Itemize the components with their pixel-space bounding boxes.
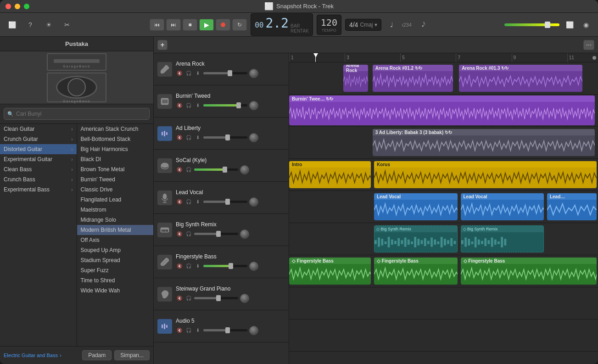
pan-knob-ad-liberty[interactable]	[249, 133, 258, 142]
sidebar-item-crunch-guitar[interactable]: Crunch Guitar ›	[0, 134, 77, 144]
mute-button-lead-vocal[interactable]: 🔇	[176, 198, 183, 206]
close-button[interactable]	[6, 4, 11, 9]
clip-lead-vocal-3[interactable]: Lead…	[547, 193, 597, 220]
timesig-chevron[interactable]: ▾	[374, 22, 377, 28]
record-arm-burnin[interactable]: ⬇	[194, 102, 201, 109]
pan-knob-steinway[interactable]	[240, 294, 249, 303]
clip-ad-liberty[interactable]: 3 Ad Liberty: Babak 3 (3 babak) ↻↻	[373, 129, 595, 156]
preset-time-to-shred[interactable]: Time to Shred	[77, 275, 154, 286]
mixer-button[interactable]: ⬜	[563, 18, 576, 31]
volume-track-lead-vocal[interactable]	[203, 201, 247, 203]
clip-arena-rock-2[interactable]: Arena Rock #01.2 ↻↻	[373, 65, 453, 92]
preset-classic-drive[interactable]: Classic Drive	[77, 185, 154, 195]
sidebar-item-distorted-guitar[interactable]: Distorted Guitar ›	[0, 144, 77, 154]
preset-off-axis[interactable]: Off Axis	[77, 235, 154, 245]
clip-lead-vocal-1[interactable]: Lead Vocal	[374, 193, 458, 220]
minimize-button[interactable]	[15, 4, 20, 9]
volume-thumb-lead-vocal[interactable]	[225, 199, 230, 205]
mute-button-burnin[interactable]: 🔇	[176, 102, 183, 109]
sidebar-item-crunch-bass[interactable]: Crunch Bass ›	[0, 174, 77, 185]
smartcontrols-button[interactable]: ◉	[580, 18, 592, 31]
sidebar-item-clean-guitar[interactable]: Clean Guitar ›	[0, 124, 77, 134]
preset-stadium-spread[interactable]: Stadium Spread	[77, 255, 154, 265]
volume-thumb[interactable]	[545, 22, 550, 28]
pan-knob-fingerstyle[interactable]	[249, 262, 258, 271]
mute-button-steinway[interactable]: 🔇	[176, 295, 183, 302]
rewind-button[interactable]: ⏮	[150, 19, 164, 31]
pan-knob-lead-vocal[interactable]	[249, 197, 258, 207]
clip-big-synth-2[interactable]: ◇ Big Synth Remix	[461, 225, 544, 252]
record-arm-audio5[interactable]: ⬇	[194, 327, 201, 334]
track-row-lead-vocal[interactable]: Lead Vocal Lead Vocal	[289, 191, 598, 223]
preset-big-hair[interactable]: Big Hair Harmonics	[77, 144, 154, 154]
volume-thumb-arena-rock[interactable]	[228, 70, 232, 76]
volume-thumb-steinway[interactable]	[216, 295, 221, 301]
preset-american-stack[interactable]: American Stack Crunch	[77, 124, 154, 134]
timeline-ruler[interactable]: 1 3 5 7 9 11	[289, 53, 598, 62]
footer-category[interactable]: Electric Guitar and Bass ›	[4, 353, 61, 358]
clip-fingerstyle-2[interactable]: ◇ Fingerstyle Bass	[374, 258, 458, 285]
track-row-audio5[interactable]	[289, 319, 598, 352]
headphone-button-arena-rock[interactable]: 🎧	[185, 70, 192, 77]
pan-knob-arena-rock[interactable]	[249, 69, 258, 78]
record-arm-fingerstyle[interactable]: ⬇	[194, 263, 201, 270]
stop-button[interactable]: ■	[183, 19, 197, 31]
cycle-button[interactable]: ↻	[232, 19, 247, 31]
volume-track-audio5[interactable]	[203, 329, 247, 331]
clip-lead-vocal-2[interactable]: Lead Vocal	[461, 193, 544, 220]
library-button[interactable]: ⬜	[6, 18, 18, 31]
record-arm-ad-liberty[interactable]: ⬇	[194, 134, 201, 141]
volume-track-burnin[interactable]	[203, 104, 247, 106]
clip-burnin-tweed[interactable]: Burnin' Twee… ↻↻	[289, 95, 595, 125]
track-row-steinway[interactable]	[289, 287, 598, 319]
preset-midrange-solo[interactable]: Midrange Solo	[77, 215, 154, 225]
volume-slider[interactable]	[504, 23, 559, 26]
clip-fingerstyle-3[interactable]: ◇ Fingerstyle Bass	[461, 258, 597, 285]
headphone-button-burnin[interactable]: 🎧	[185, 102, 192, 109]
play-button[interactable]: ▶	[199, 19, 214, 31]
record-button[interactable]	[216, 19, 230, 31]
record-arm-lead-vocal[interactable]: ⬇	[194, 198, 201, 206]
track-filter-button[interactable]: ⋯	[583, 40, 594, 50]
preset-maelstrom[interactable]: Maelstrom	[77, 205, 154, 215]
volume-thumb-burnin[interactable]	[236, 102, 241, 108]
preset-flangilated[interactable]: Flangilated Lead	[77, 195, 154, 205]
preset-wide-wide-wah[interactable]: Wide Wide Wah	[77, 286, 154, 296]
headphone-button-steinway[interactable]: 🎧	[185, 295, 192, 302]
clip-big-synth-1[interactable]: ◇ Big Synth Remix	[374, 225, 458, 252]
volume-track-fingerstyle[interactable]	[203, 265, 247, 267]
preset-burnin-tweed[interactable]: Burnin' Tweed	[77, 174, 154, 185]
record-arm-button-arena-rock[interactable]: ⬇	[194, 70, 201, 77]
pan-knob-socal[interactable]	[240, 165, 249, 174]
headphone-button-audio5[interactable]: 🎧	[185, 327, 192, 334]
clip-arena-rock-1[interactable]: Arena Rock	[343, 65, 368, 92]
volume-track-socal[interactable]	[194, 168, 238, 171]
volume-thumb-ad-liberty[interactable]	[225, 134, 230, 140]
volume-thumb-audio5[interactable]	[225, 327, 230, 333]
clip-fingerstyle-1[interactable]: ◇ Fingerstyle Bass	[289, 258, 371, 285]
clip-socal-intro[interactable]: Intro	[289, 161, 371, 188]
position-display[interactable]: 00 2.2 BAR RENTAK	[251, 13, 313, 36]
volume-track-arena-rock[interactable]	[203, 72, 247, 74]
clip-arena-rock-3[interactable]: Arena Rock #01.3 ↻↻	[459, 65, 582, 92]
headphone-button-lead-vocal[interactable]: 🎧	[185, 198, 192, 206]
preset-brown-tone[interactable]: Brown Tone Metal	[77, 164, 154, 174]
maximize-button[interactable]	[24, 4, 29, 9]
mute-button-fingerstyle[interactable]: 🔇	[176, 263, 183, 270]
preset-super-fuzz[interactable]: Super Fuzz	[77, 265, 154, 275]
fast-forward-button[interactable]: ⏭	[166, 19, 181, 31]
cancel-button[interactable]: Padam	[82, 350, 112, 360]
track-row-big-synth[interactable]: ◇ Big Synth Remix	[289, 223, 598, 255]
volume-thumb-fingerstyle[interactable]	[229, 263, 233, 269]
pan-knob-audio5[interactable]	[249, 326, 258, 335]
track-row-burnin-tweed[interactable]: Burnin' Twee… ↻↻	[289, 95, 598, 127]
timesig-display[interactable]: 4/4 Cmaj ▾	[345, 19, 381, 31]
tempo-display[interactable]: 120 TEMPO	[317, 15, 341, 35]
sidebar-item-experimental-bass[interactable]: Experimental Bass ›	[0, 185, 77, 195]
track-row-socal[interactable]: Intro Korus	[289, 159, 598, 191]
mute-button-ad-liberty[interactable]: 🔇	[176, 134, 183, 141]
track-row-arena-rock[interactable]: Arena Rock Arena Rock #01.2 ↻↻	[289, 62, 598, 95]
pan-knob-big-synth[interactable]	[240, 230, 249, 239]
brightness-button[interactable]: ☀	[42, 18, 55, 31]
preset-bell-bottomed[interactable]: Bell-Bottomed Stack	[77, 134, 154, 144]
